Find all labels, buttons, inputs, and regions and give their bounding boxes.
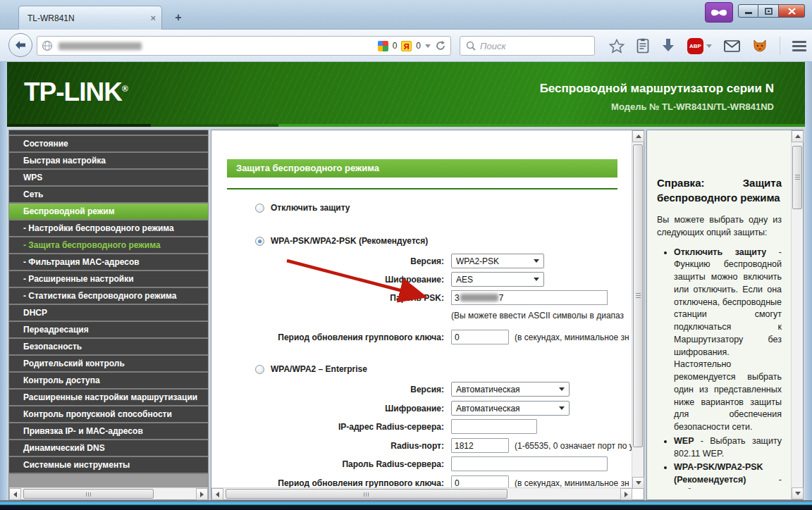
ent-encryption-select[interactable]: Автоматическая (451, 401, 570, 416)
scroll-up-button[interactable] (792, 130, 804, 142)
section-divider (227, 188, 617, 189)
private-browsing-mask-icon (705, 2, 733, 23)
sidebar-item-bandwidth-control[interactable]: Контроль пропускной способности (9, 406, 208, 422)
option-wpa-psk[interactable]: WPA-PSK/WPA2-PSK (Рекомендуется) (255, 236, 428, 246)
main-horizontal-scrollbar[interactable] (211, 487, 632, 499)
help-item-disable: Отключить защиту - Функцию беспроводной … (674, 247, 782, 434)
window-titlebar: TL-WR841N × + (0, 0, 812, 30)
sidebar-item-security[interactable]: Безопасность (9, 339, 208, 354)
sidebar-item-access-control[interactable]: Контроль доступа (9, 373, 208, 388)
browser-window: { "browser": { "tab_title": "TL-WR841N",… (0, 0, 812, 510)
close-button[interactable] (779, 4, 805, 18)
option-disable-security[interactable]: Отключить защиту (255, 203, 350, 213)
browser-tab[interactable]: TL-WR841N × (18, 6, 162, 30)
ent-version-label: Версия: (211, 382, 444, 397)
sidebar-item-status[interactable]: Состояние (9, 136, 208, 151)
radius-port-input[interactable] (451, 438, 509, 453)
window-controls (738, 4, 805, 18)
help-content: Справка: Защита беспроводного режима Вы … (647, 130, 792, 489)
minimize-button[interactable] (738, 4, 758, 18)
main-vertical-scrollbar[interactable] (632, 130, 644, 489)
psk-password-hint: (Вы можете ввести ASCII символы в диапаз (451, 311, 624, 321)
sidebar-item-quick-setup[interactable]: Быстрая настройка (9, 153, 208, 168)
nav-toolbar: 0 Я 0 Поиск ABP (0, 30, 812, 62)
help-vertical-scrollbar[interactable] (791, 130, 803, 499)
globe-icon (42, 40, 53, 51)
google-counter: 0 (393, 41, 398, 51)
url-dropdown-icon[interactable] (425, 44, 431, 48)
reload-icon[interactable] (435, 40, 446, 51)
search-bar[interactable]: Поиск (460, 36, 595, 56)
back-button[interactable] (8, 33, 32, 57)
sidebar-item-advanced-wireless[interactable]: - Расширенные настройки (9, 271, 208, 287)
menu-horizontal-scrollbar[interactable] (9, 487, 208, 499)
router-tagline: Беспроводной маршрутизатор серии N (540, 82, 774, 96)
sidebar-item-advanced-routing[interactable]: Расширенные настройки маршрутизации (9, 390, 208, 405)
radius-ip-input[interactable] (451, 419, 537, 434)
search-placeholder: Поиск (480, 41, 506, 51)
wireless-security-form: Защита беспроводного режима Отключить за… (211, 130, 632, 489)
menu-button[interactable] (792, 41, 806, 51)
new-tab-button[interactable]: + (169, 10, 187, 25)
header-accent-strip (7, 124, 805, 127)
radius-port-label: Radius-порт: (211, 438, 444, 454)
sidebar-item-system-tools[interactable]: Системные инструменты (9, 457, 208, 473)
wpa-psk-radio[interactable] (255, 237, 264, 246)
adblock-button[interactable]: ABP (687, 38, 712, 54)
scroll-right-button[interactable] (196, 488, 208, 500)
ent-group-key-hint: (в секундах, минимальное зн (515, 478, 629, 488)
disable-security-label: Отключить защиту (271, 203, 350, 213)
scroll-left-button[interactable] (9, 488, 21, 500)
radius-password-label: Пароль Radius-сервера: (211, 456, 444, 472)
scroll-left-button[interactable] (211, 488, 223, 500)
scroll-up-button[interactable] (632, 130, 644, 142)
menu-filler (9, 474, 208, 487)
window-border-left (0, 62, 7, 510)
bookmark-star-icon[interactable] (609, 39, 625, 54)
radius-ip-label: IP-адрес Radius-сервера: (211, 419, 444, 435)
downloads-icon[interactable] (661, 38, 675, 54)
scroll-down-button[interactable] (792, 487, 804, 499)
scroll-right-button[interactable] (620, 488, 632, 500)
ent-encryption-label: Шифрование: (211, 401, 444, 416)
version-select[interactable]: WPA2-PSK (451, 254, 544, 268)
yandex-tcy-icon: Я (401, 41, 412, 51)
encryption-select[interactable]: AES (451, 272, 544, 287)
scroll-thumb[interactable] (23, 489, 154, 499)
sidebar-item-forwarding[interactable]: Переадресация (9, 322, 208, 337)
sidebar-item-ip-mac-binding[interactable]: Привязка IP- и MAC-адресов (9, 423, 208, 439)
group-key-input[interactable] (451, 330, 509, 344)
ent-version-select[interactable]: Автоматическая (451, 382, 570, 397)
help-intro: Вы можете выбрать одну из следующих опци… (657, 214, 782, 240)
sidebar-item-dhcp[interactable]: DHCP (9, 305, 208, 321)
sidebar-item-wireless-settings[interactable]: - Настройки беспроводного режима (9, 220, 208, 236)
psk-password-input[interactable]: 3 7 (451, 290, 608, 305)
fox-addon-icon[interactable] (752, 39, 768, 53)
tab-title: TL-WR841N (27, 13, 150, 23)
scroll-down-button[interactable] (632, 477, 644, 489)
tab-close-icon[interactable]: × (150, 13, 156, 23)
sidebar-item-mac-filtering[interactable]: - Фильтрация MAC-адресов (9, 254, 208, 270)
restore-button[interactable] (758, 4, 779, 18)
disable-security-radio[interactable] (255, 204, 264, 213)
sidebar-item-dynamic-dns[interactable]: Динамический DNS (9, 440, 208, 456)
radius-password-input[interactable] (451, 456, 608, 471)
scroll-thumb[interactable] (226, 489, 508, 499)
address-bar[interactable]: 0 Я 0 (37, 36, 451, 56)
mail-icon[interactable] (724, 40, 740, 52)
clipboard-icon[interactable] (636, 38, 649, 54)
sidebar-item-network[interactable]: Сеть (9, 187, 208, 202)
option-enterprise[interactable]: WPA/WPA2 – Enterprise (255, 364, 367, 374)
tplink-logo: TP-LINK® (24, 77, 128, 107)
sidebar-item-parental-control[interactable]: Родительский контроль (9, 356, 208, 371)
sidebar-item-wireless[interactable]: Беспроводной режим (9, 204, 208, 219)
psk-password-blurred (460, 294, 498, 301)
scroll-thumb[interactable] (633, 144, 643, 447)
sidebar-item-wireless-statistics[interactable]: - Статистика беспроводного режима (9, 288, 208, 304)
sidebar-item-wps[interactable]: WPS (9, 170, 208, 185)
sidebar-item-wireless-security[interactable]: - Защита беспроводного режима (9, 237, 208, 253)
enterprise-radio[interactable] (255, 365, 264, 374)
abp-dropdown-icon[interactable] (706, 44, 712, 48)
window-border-right (805, 62, 812, 510)
scroll-thumb[interactable] (792, 146, 802, 209)
